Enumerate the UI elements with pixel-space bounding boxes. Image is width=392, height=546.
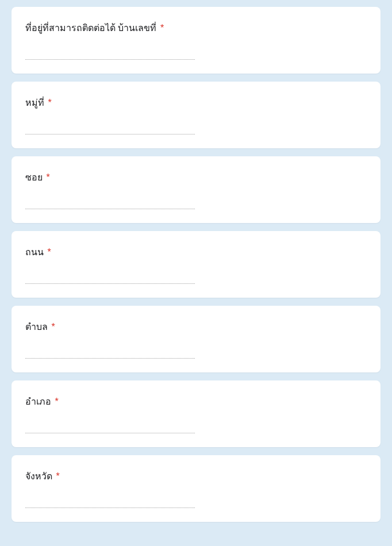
question-soi: ซอย * <box>11 156 381 223</box>
label-text: จังหวัด <box>25 471 52 481</box>
question-subdistrict: ตำบล * <box>11 306 381 372</box>
required-asterisk: * <box>51 322 55 332</box>
question-address-house-no: ที่อยู่ที่สามารถติดต่อได้ บ้านเลขที่ * <box>11 7 381 74</box>
required-asterisk: * <box>48 98 51 107</box>
required-asterisk: * <box>55 397 58 406</box>
subdistrict-input[interactable] <box>25 344 195 359</box>
question-province: จังหวัด * <box>11 455 381 522</box>
question-label: จังหวัด * <box>25 469 367 483</box>
label-text: อำเภอ <box>25 397 51 406</box>
required-asterisk: * <box>47 247 51 257</box>
moo-input[interactable] <box>25 120 195 134</box>
question-label: ที่อยู่ที่สามารถติดต่อได้ บ้านเลขที่ * <box>25 21 367 35</box>
province-input[interactable] <box>25 494 195 508</box>
district-input[interactable] <box>25 419 195 433</box>
road-input[interactable] <box>25 270 195 284</box>
label-text: ตำบล <box>25 322 48 332</box>
required-asterisk: * <box>46 172 49 182</box>
label-text: ซอย <box>25 172 43 182</box>
question-label: อำเภอ * <box>25 394 367 409</box>
question-label: ตำบล * <box>25 320 367 334</box>
soi-input[interactable] <box>25 195 195 209</box>
required-asterisk: * <box>160 23 164 33</box>
required-asterisk: * <box>56 471 59 481</box>
question-label: ซอย * <box>25 170 367 184</box>
address-house-no-input[interactable] <box>25 45 195 60</box>
question-road: ถนน * <box>11 231 381 298</box>
label-text: หมู่ที่ <box>25 98 44 107</box>
question-label: หมู่ที่ * <box>25 95 367 110</box>
question-district: อำเภอ * <box>11 380 381 447</box>
label-text: ถนน <box>25 247 44 257</box>
question-label: ถนน * <box>25 245 367 259</box>
question-moo: หมู่ที่ * <box>11 82 381 148</box>
label-text: ที่อยู่ที่สามารถติดต่อได้ บ้านเลขที่ <box>25 23 156 33</box>
